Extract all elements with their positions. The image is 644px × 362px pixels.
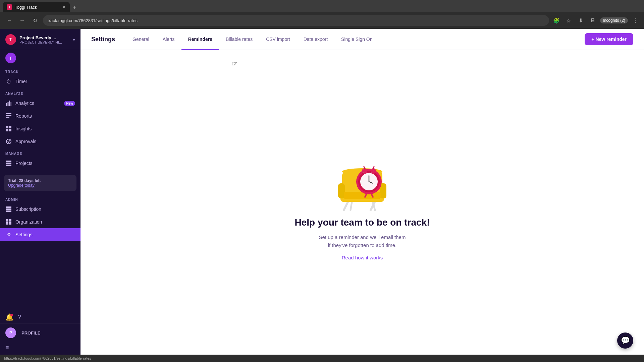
svg-rect-12	[6, 161, 11, 162]
svg-point-37	[362, 168, 367, 174]
svg-rect-21	[9, 222, 11, 225]
subscription-icon	[5, 206, 12, 213]
sidebar-nav: TRACK ⏱ Timer ANALYZE Analytics New Repo…	[0, 63, 80, 310]
notifications-area[interactable]: 🔔	[5, 313, 14, 321]
browser-tab[interactable]: T Toggl Track ✕	[3, 2, 70, 12]
profile-label: PROFILE	[21, 330, 40, 336]
sidebar-bottom-icons: 🔔 ?	[0, 310, 80, 323]
sidebar-item-insights[interactable]: Insights	[0, 122, 80, 135]
svg-rect-9	[6, 129, 8, 131]
sidebar-item-reports[interactable]: Reports	[0, 110, 80, 122]
sidebar-timer-label: Timer	[15, 79, 75, 84]
workspace-avatar: T	[5, 53, 16, 63]
sidebar-insights-label: Insights	[15, 126, 75, 131]
trial-box: Trial: 28 days left Upgrade today	[4, 175, 76, 191]
app-layout: T Project Beverly ... PROJECT BEVERLY HI…	[0, 29, 644, 355]
insights-icon	[5, 125, 12, 132]
tab-billable-rates[interactable]: Billable rates	[219, 29, 259, 50]
address-text: track.toggl.com/7862831/settings/billabl…	[48, 18, 138, 23]
sidebar-profile-item[interactable]: P PROFILE	[0, 323, 80, 342]
trial-text: Trial: 28 days left	[8, 178, 72, 183]
tab-alerts[interactable]: Alerts	[156, 29, 181, 50]
browser-toolbar: ← → ↻ track.toggl.com/7862831/settings/b…	[0, 12, 644, 29]
svg-rect-15	[6, 206, 11, 208]
forward-button[interactable]: →	[17, 15, 28, 26]
svg-rect-14	[6, 165, 11, 166]
new-reminder-button[interactable]: + New reminder	[585, 33, 633, 45]
collapse-sidebar-btn[interactable]: ≡	[0, 342, 80, 355]
sidebar-reports-label: Reports	[15, 113, 75, 119]
tab-favicon: T	[7, 4, 12, 10]
sidebar-item-timer[interactable]: ⏱ Timer	[0, 75, 80, 88]
sidebar-organization-label: Organization	[15, 219, 75, 225]
section-admin-label: ADMIN	[0, 194, 80, 203]
app-logo: T	[5, 34, 16, 45]
sidebar-item-organization[interactable]: Organization	[0, 216, 80, 228]
profile-avatar: P	[5, 327, 16, 338]
menu-icon[interactable]: ⋮	[631, 16, 640, 25]
sidebar-item-projects[interactable]: Projects	[0, 157, 80, 170]
sidebar-settings-label: Settings	[15, 232, 75, 237]
approvals-icon	[5, 138, 12, 145]
svg-rect-20	[6, 222, 8, 225]
settings-header: Settings General Alerts Reminders Billab…	[80, 29, 644, 50]
chat-button[interactable]: 💬	[617, 333, 633, 349]
sidebar-item-analytics[interactable]: Analytics New	[0, 97, 80, 110]
svg-rect-18	[6, 219, 8, 222]
sidebar-analytics-label: Analytics	[15, 101, 59, 106]
svg-rect-7	[6, 126, 8, 128]
read-how-it-works-link[interactable]: Read how it works	[342, 255, 383, 260]
download-icon[interactable]: ⬇	[576, 16, 585, 25]
address-bar[interactable]: track.toggl.com/7862831/settings/billabl…	[43, 15, 549, 26]
svg-rect-5	[6, 115, 11, 116]
sidebar-item-subscription[interactable]: Subscription	[0, 203, 80, 216]
secondary-logo-area: T	[0, 49, 80, 63]
section-analyze-label: ANALYZE	[0, 88, 80, 97]
svg-rect-13	[6, 163, 11, 164]
project-name: Project Beverly ...	[19, 35, 69, 40]
svg-rect-1	[8, 102, 9, 106]
svg-line-40	[373, 167, 374, 168]
empty-state-subtext: Set up a reminder and we'll email them i…	[319, 233, 406, 249]
back-button[interactable]: ←	[4, 15, 15, 26]
svg-rect-31	[344, 192, 381, 199]
tab-title: Toggl Track	[15, 5, 60, 10]
empty-state: Help your team to be on track! Set up a …	[80, 50, 644, 355]
timer-icon: ⏱	[5, 78, 12, 85]
empty-state-heading: Help your team to be on track!	[295, 217, 430, 228]
section-manage-label: MANAGE	[0, 148, 80, 157]
svg-rect-16	[6, 208, 11, 210]
sidebar-bottom: 🔔 ? P PROFILE ≡	[0, 310, 80, 355]
collapse-icon: ≡	[5, 344, 9, 351]
project-dropdown-chevron[interactable]: ▾	[73, 37, 75, 42]
new-tab-button[interactable]: +	[70, 3, 79, 12]
chair-illustration	[325, 145, 399, 212]
analytics-icon	[5, 100, 12, 107]
chat-icon: 💬	[621, 336, 630, 345]
svg-rect-4	[6, 113, 11, 114]
reload-button[interactable]: ↻	[30, 15, 40, 26]
upgrade-link[interactable]: Upgrade today	[8, 183, 72, 188]
sidebar-header: T Project Beverly ... PROJECT BEVERLY HI…	[0, 29, 80, 49]
device-icon[interactable]: 🖥	[588, 16, 597, 25]
tab-csv-import[interactable]: CSV import	[259, 29, 297, 50]
svg-rect-10	[9, 129, 11, 131]
extensions-icon[interactable]: 🧩	[552, 16, 561, 25]
sidebar-item-approvals[interactable]: Approvals	[0, 135, 80, 148]
sidebar-item-settings[interactable]: ⚙ Settings	[0, 228, 80, 241]
tab-single-sign-on[interactable]: Single Sign On	[334, 29, 379, 50]
status-url: https://track.toggl.com/7862831/settings…	[4, 356, 91, 360]
settings-tabs: General Alerts Reminders Billable rates …	[126, 29, 585, 50]
analytics-new-badge: New	[64, 101, 75, 106]
help-icon[interactable]: ?	[18, 314, 21, 321]
bookmark-icon[interactable]: ☆	[564, 16, 573, 25]
tab-data-export[interactable]: Data export	[297, 29, 334, 50]
svg-rect-8	[9, 126, 11, 128]
tab-close-button[interactable]: ✕	[62, 5, 66, 9]
tab-reminders[interactable]: Reminders	[181, 29, 219, 50]
page-title: Settings	[91, 36, 115, 43]
sidebar-project-info: Project Beverly ... PROJECT BEVERLY HI..…	[19, 35, 69, 44]
tab-general[interactable]: General	[126, 29, 156, 50]
svg-line-39	[364, 167, 365, 168]
main-content: Settings General Alerts Reminders Billab…	[80, 29, 644, 355]
